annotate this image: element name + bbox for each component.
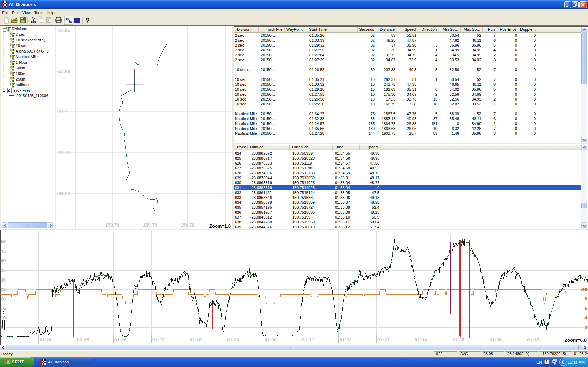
svg-text:6: 6 xyxy=(585,306,587,311)
svg-text:01:32: 01:32 xyxy=(340,337,352,342)
svg-text:45: 45 xyxy=(1,249,6,254)
svg-text:01:30: 01:30 xyxy=(265,337,277,342)
svg-text:25: 25 xyxy=(1,287,6,292)
svg-text:30: 30 xyxy=(1,277,6,283)
svg-text:01:37: 01:37 xyxy=(527,337,539,342)
svg-text:D: D xyxy=(70,20,72,23)
svg-text:2: 2 xyxy=(585,325,587,330)
svg-text:01:28: 01:28 xyxy=(190,337,202,342)
svg-text:D: D xyxy=(67,18,69,20)
svg-text:01:33: 01:33 xyxy=(377,337,390,342)
svg-text:01:31: 01:31 xyxy=(302,337,314,342)
svg-text:01:24: 01:24 xyxy=(40,337,52,342)
svg-text:20: 20 xyxy=(1,296,6,302)
svg-text:8: 8 xyxy=(585,296,587,302)
svg-text:01:34: 01:34 xyxy=(415,337,427,342)
svg-text:50: 50 xyxy=(1,239,6,244)
svg-text:4: 4 xyxy=(585,315,588,320)
svg-text:10: 10 xyxy=(1,315,6,320)
svg-text:?: ? xyxy=(545,360,548,364)
svg-text:01:27: 01:27 xyxy=(152,337,164,342)
svg-text:01:26: 01:26 xyxy=(114,337,127,342)
svg-text:01:35: 01:35 xyxy=(452,337,464,342)
svg-text:?: ? xyxy=(86,17,89,24)
svg-text:01:29: 01:29 xyxy=(227,337,239,342)
svg-text:Zoom=0.0: Zoom=0.0 xyxy=(565,338,587,343)
svg-text:5: 5 xyxy=(1,325,3,330)
svg-text:35: 35 xyxy=(1,268,6,273)
svg-text:01:25: 01:25 xyxy=(77,337,89,342)
svg-text:01:36: 01:36 xyxy=(490,337,502,342)
svg-text:40: 40 xyxy=(1,258,6,263)
svg-text:15: 15 xyxy=(1,306,6,311)
